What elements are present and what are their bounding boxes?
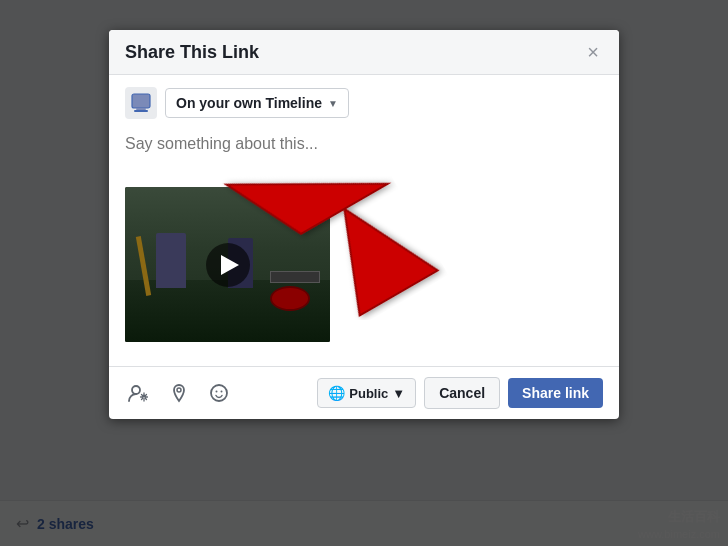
location-button[interactable] (167, 381, 191, 405)
scene-keyboard (270, 271, 320, 283)
globe-icon: 🌐 (328, 385, 345, 401)
svg-point-5 (177, 388, 181, 392)
destination-dropdown[interactable]: On your own Timeline ▼ (165, 88, 349, 118)
footer-right-actions: 🌐 Public ▼ Cancel Share link (317, 377, 603, 409)
feeling-button[interactable] (207, 381, 231, 405)
dropdown-arrow: ▼ (328, 98, 338, 109)
modal-footer: 🌐 Public ▼ Cancel Share link (109, 366, 619, 419)
say-something-input[interactable] (125, 131, 603, 183)
svg-rect-1 (136, 108, 146, 110)
svg-point-6 (211, 385, 227, 401)
play-button[interactable] (206, 243, 250, 287)
svg-point-8 (221, 391, 223, 393)
privacy-arrow: ▼ (392, 386, 405, 401)
modal-overlay: Share This Link × On your own Timel (0, 0, 728, 546)
privacy-dropdown[interactable]: 🌐 Public ▼ (317, 378, 416, 408)
modal-title: Share This Link (125, 42, 259, 63)
modal-dialog: Share This Link × On your own Timel (109, 30, 619, 419)
destination-label: On your own Timeline (176, 95, 322, 111)
svg-rect-2 (134, 110, 148, 112)
destination-icon (125, 87, 157, 119)
cancel-button[interactable]: Cancel (424, 377, 500, 409)
svg-point-7 (216, 391, 218, 393)
screenshot-wrapper: ↩ 2 shares Share This Link × (0, 0, 728, 546)
privacy-label: Public (349, 386, 388, 401)
destination-row: On your own Timeline ▼ (125, 87, 603, 119)
share-link-button[interactable]: Share link (508, 378, 603, 408)
scene-figure-1 (156, 233, 186, 288)
modal-header: Share This Link × (109, 30, 619, 75)
play-icon (221, 255, 239, 275)
scene-drum (270, 286, 310, 311)
modal-body: On your own Timeline ▼ (109, 75, 619, 366)
video-thumbnail[interactable] (125, 187, 330, 342)
footer-left-actions (125, 380, 231, 406)
svg-point-3 (132, 386, 140, 394)
tag-people-button[interactable] (125, 380, 151, 406)
close-button[interactable]: × (583, 40, 603, 64)
svg-rect-0 (132, 94, 150, 108)
